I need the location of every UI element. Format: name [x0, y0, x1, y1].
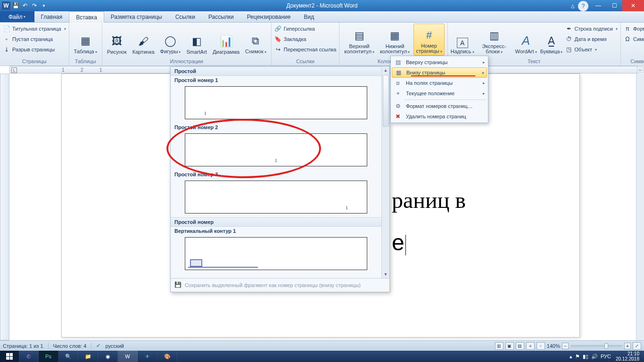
symbol-button[interactable]: ΩСимвол▾ — [624, 34, 644, 44]
scroll-thumb[interactable] — [383, 75, 389, 127]
page-break-button[interactable]: ⤓Разрыв страницы — [3, 44, 66, 55]
zoom-level[interactable]: 140% — [547, 343, 560, 349]
zoom-slider[interactable] — [570, 345, 622, 347]
menu-item-current-position[interactable]: ⌖Текущее положение▸ — [391, 88, 488, 99]
tab-mailings[interactable]: Рассылки — [202, 11, 240, 22]
chart-button[interactable]: 📊Диаграмма — [211, 24, 241, 56]
view-full-screen[interactable]: ▣ — [505, 342, 514, 350]
gallery-footer-label[interactable]: Сохранить выделенный фрагмент как номер … — [185, 282, 361, 288]
tray-clock[interactable]: 21:10 20.12.2018 — [614, 351, 641, 362]
taskbar-app-explorer[interactable]: 📁 — [78, 351, 98, 362]
scroll-up-icon[interactable]: ▲ — [384, 66, 388, 74]
clipart-button[interactable]: 🖌Картинка — [131, 24, 157, 56]
zoom-out-button[interactable]: − — [562, 343, 569, 349]
taskbar-app-search[interactable]: 🔍 — [58, 351, 78, 362]
table-button[interactable]: ▦ Таблица▾ — [72, 24, 99, 56]
menu-item-page-margins[interactable]: ⧈На полях страницы▸ — [391, 78, 488, 88]
crossref-button[interactable]: ↪Перекрестная ссылка — [274, 44, 337, 55]
object-icon: ◳ — [565, 46, 573, 53]
picture-button[interactable]: 🖼Рисунок — [105, 24, 129, 56]
start-button[interactable] — [0, 351, 19, 362]
zoom-slider-thumb[interactable] — [604, 343, 608, 349]
gallery-item-vert-1[interactable] — [185, 237, 367, 270]
hyperlink-button[interactable]: 🔗Гиперссылка — [274, 24, 337, 34]
textbox-button[interactable]: AНадпись▾ — [451, 24, 474, 56]
header-button[interactable]: ▤Верхний колонтитул▾ — [342, 24, 376, 56]
screenshot-button[interactable]: ⧉Снимок▾ — [243, 24, 268, 56]
qat-save[interactable]: 💾 — [11, 1, 20, 10]
gallery-item-3[interactable]: 1 — [185, 181, 367, 214]
menu-item-remove-page-numbers[interactable]: ✖Удалить номера страниц — [391, 111, 488, 122]
vertical-ruler[interactable] — [0, 74, 9, 340]
view-print-layout[interactable]: ▥ — [495, 342, 504, 350]
gallery-item-2[interactable]: 1 — [185, 133, 367, 166]
preview-underline — [188, 267, 258, 268]
status-language[interactable]: русский — [105, 343, 124, 349]
ribbon-minimize-icon[interactable]: △ — [568, 0, 578, 11]
taskbar-app-viber[interactable]: ✆ — [19, 351, 39, 362]
save-selection-icon: 💾 — [174, 281, 182, 289]
gallery-item-1[interactable]: 1 — [185, 86, 367, 119]
object-button[interactable]: ◳Объект▾ — [565, 44, 618, 55]
taskbar-app-word[interactable]: W — [118, 351, 138, 362]
tab-references[interactable]: Ссылки — [169, 11, 202, 22]
help-button[interactable]: ? — [578, 1, 588, 11]
tab-stop-selector[interactable]: L — [11, 67, 17, 73]
tray-language[interactable]: РУС — [601, 354, 611, 359]
qat-customize[interactable]: ▼ — [40, 1, 48, 10]
taskbar-app-chrome[interactable]: ◉ — [98, 351, 118, 362]
zoom-in-button[interactable]: + — [624, 343, 631, 349]
gallery-scrollbar[interactable]: ▲ ▼ — [381, 66, 389, 278]
cover-page-button[interactable]: 📄Титульная страница▾ — [3, 24, 66, 34]
wordart-icon: A — [519, 33, 534, 48]
tray-show-hidden-icon[interactable]: ▴ — [570, 354, 572, 360]
tab-view[interactable]: Вид — [297, 11, 321, 22]
gallery-category-simple: Простой — [171, 66, 381, 76]
blank-page-button[interactable]: ▫Пустая страница — [3, 34, 66, 44]
page-number-button[interactable]: #Номер страницы▾ — [413, 24, 444, 56]
tab-page-layout[interactable]: Разметка страницы — [104, 11, 169, 22]
view-web-layout[interactable]: ▤ — [516, 342, 524, 350]
scroll-down-icon[interactable]: ▼ — [384, 271, 388, 278]
quick-parts-button[interactable]: ▥Экспресс-блоки▾ — [476, 24, 512, 56]
tab-file[interactable]: Файл▾ — [0, 11, 34, 22]
status-page[interactable]: Страница: 1 из 1 — [3, 343, 43, 349]
taskbar: ✆ Ps 🔍 📁 ◉ W ✈ 🎨 ▴ ⚑ ▮▯ 🔊 РУС 21:10 20.1… — [0, 351, 644, 362]
taskbar-app-photoshop[interactable]: Ps — [39, 351, 58, 362]
close-button[interactable]: ✕ — [622, 0, 644, 11]
vertical-scrollbar[interactable] — [636, 74, 644, 340]
tab-review[interactable]: Рецензирование — [240, 11, 297, 22]
taskbar-app-paint[interactable]: 🎨 — [157, 351, 177, 362]
tab-home[interactable]: Главная — [34, 11, 69, 22]
ruler-toggle[interactable]: ▭ — [637, 66, 644, 73]
tab-file-label: Файл — [8, 14, 23, 20]
zoom-fit-button[interactable]: ⤢ — [633, 342, 641, 350]
menu-item-bottom-of-page[interactable]: ▦Внизу страницы▸ — [392, 67, 487, 78]
bookmark-button[interactable]: 🔖Закладка — [274, 34, 337, 44]
date-time-button[interactable]: ⏱Дата и время — [565, 34, 618, 44]
quick-parts-icon: ▥ — [487, 28, 502, 43]
menu-item-top-of-page[interactable]: ▤Вверху страницы▸ — [391, 57, 488, 67]
smartart-button[interactable]: ◧SmartArt — [184, 24, 208, 56]
tray-volume-icon[interactable]: 🔊 — [591, 354, 598, 360]
view-draft[interactable]: ▫ — [537, 342, 545, 350]
qat-redo[interactable]: ↷ — [30, 1, 39, 10]
wordart-button[interactable]: AWordArt▾ — [514, 24, 538, 56]
footer-button[interactable]: ▦Нижний колонтитул▾ — [378, 24, 412, 56]
signature-line-button[interactable]: ✒Строка подписи▾ — [565, 24, 618, 34]
menu-item-format-page-numbers[interactable]: ⚙Формат номеров страниц… — [391, 101, 488, 111]
view-outline[interactable]: ≡ — [526, 342, 535, 350]
taskbar-app-telegram[interactable]: ✈ — [138, 351, 157, 362]
tab-insert[interactable]: Вставка — [69, 11, 104, 23]
equation-button[interactable]: πФормула▾ — [624, 24, 644, 34]
dropcap-button[interactable]: A̲Буквица▾ — [540, 24, 563, 56]
tray-flag-icon[interactable]: ⚑ — [575, 354, 580, 360]
minimize-button[interactable]: — — [590, 0, 606, 11]
tray-network-icon[interactable]: ▮▯ — [583, 354, 588, 360]
shapes-button[interactable]: ◯Фигуры▾ — [158, 24, 183, 56]
status-separator — [91, 343, 91, 349]
maximize-button[interactable]: ☐ — [606, 0, 622, 11]
status-proofing-icon[interactable]: ✔ — [96, 343, 100, 349]
qat-undo[interactable]: ↶ — [21, 1, 29, 10]
status-word-count[interactable]: Число слов: 4 — [53, 343, 87, 349]
